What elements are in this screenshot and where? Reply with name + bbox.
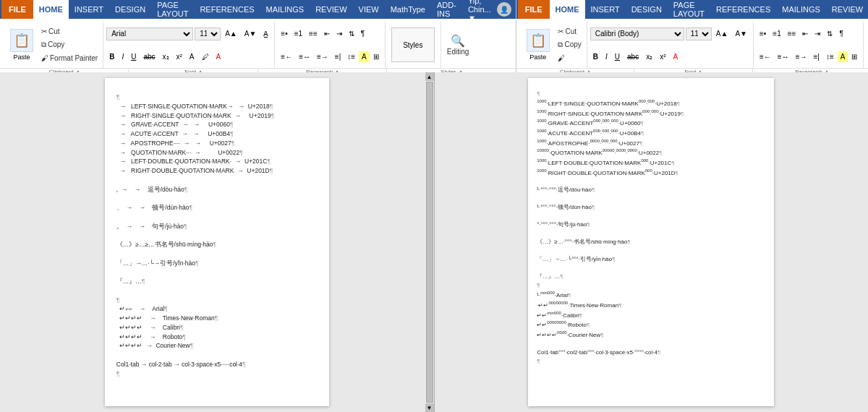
right-tab-review[interactable]: REVIEW <box>826 0 868 19</box>
increase-indent-button[interactable]: ⇥ <box>333 28 345 39</box>
text-highlight-button[interactable]: 🖊 <box>199 51 212 62</box>
sort-button[interactable]: ⇅ <box>346 28 357 39</box>
right-bold-button[interactable]: B <box>590 51 601 62</box>
shading-button[interactable]: A <box>359 51 370 62</box>
right-paste-button[interactable]: 📋 Paste <box>522 27 554 62</box>
font-select[interactable]: Arial <box>106 27 193 40</box>
left-doc-pane[interactable]: ¶ → LEFT·SINGLE·QUOTATION·MARK→ → U+2018… <box>0 72 435 412</box>
right-font-color-button[interactable]: A <box>671 51 681 62</box>
right-tab-references[interactable]: REFERENCES <box>710 0 776 19</box>
font-color-button[interactable]: A <box>213 51 224 62</box>
right-show-hide-button[interactable]: ¶ <box>836 28 846 39</box>
left-tab-view[interactable]: VIEW <box>353 0 385 19</box>
copy-button[interactable]: ⧉ Copy <box>39 40 100 50</box>
show-hide-button[interactable]: ¶ <box>358 28 367 39</box>
right-copy-button[interactable]: ⧉ Copy <box>556 40 584 50</box>
right-tab-page-layout[interactable]: PAGE LAYOUT <box>668 0 710 19</box>
right-tab-home[interactable]: HOME <box>550 0 585 19</box>
justify-button[interactable]: ≡| <box>332 51 344 62</box>
bold-button[interactable]: B <box>106 51 117 62</box>
left-tab-yip[interactable]: Yip, Chin... ▼ <box>462 0 497 19</box>
left-line-2: → RIGHT·SINGLE·QUOTATION·MARK → U+2019¶ <box>116 111 318 121</box>
left-line-8: → RIGHT·DOUBLE·QUOTATION·MARK → U+201D¶ <box>116 166 318 176</box>
left-scroll-up-button[interactable]: ▲ <box>425 72 434 81</box>
underline-button[interactable]: U <box>128 51 139 62</box>
grow-font-button[interactable]: A▲ <box>222 28 240 39</box>
right-format-painter-button[interactable]: 🖌 <box>556 53 584 63</box>
shrink-font-button[interactable]: A▼ <box>242 28 260 39</box>
right-tab-mailings[interactable]: MAILINGS <box>776 0 826 19</box>
right-font-select[interactable]: Calibri (Body) <box>590 27 684 40</box>
right-grow-font-button[interactable]: A▲ <box>713 28 731 39</box>
right-tab-design[interactable]: DESIGN <box>626 0 668 19</box>
right-align-right-button[interactable]: ≡→ <box>793 51 810 62</box>
text-effect-button[interactable]: A <box>187 51 197 62</box>
strikethrough-button[interactable]: abc <box>140 51 158 62</box>
left-line-14: 。 → → 句号/jù·hào¶ <box>116 222 318 231</box>
left-tab-insert[interactable]: INSERT <box>69 0 109 19</box>
styles-label: Styles <box>403 41 422 49</box>
left-file-tab[interactable]: FILE <box>1 0 33 19</box>
left-tab-review[interactable]: REVIEW <box>310 0 352 19</box>
multilevel-button[interactable]: ≡≡ <box>306 28 320 39</box>
borders-button[interactable]: ⊞ <box>370 51 382 62</box>
right-decrease-indent-button[interactable]: ⇤ <box>799 28 811 39</box>
subscript-button[interactable]: x₂ <box>160 51 172 62</box>
right-shading-button[interactable]: A <box>838 51 848 62</box>
right-borders-button[interactable]: ⊞ <box>848 51 860 62</box>
decrease-indent-button[interactable]: ⇤ <box>321 28 333 39</box>
styles-box[interactable]: Styles <box>391 27 435 62</box>
right-font-size-select[interactable]: 11 <box>686 27 712 40</box>
right-justify-button[interactable]: ≡| <box>810 51 822 62</box>
right-doc-pane[interactable]: ¶ 1000·LEFT·SINGLE·QUOTATION·MARK000·000… <box>435 72 869 412</box>
left-tab-references[interactable]: REFERENCES <box>194 0 260 19</box>
left-scroll-down-button[interactable]: ▼ <box>425 403 434 412</box>
align-left-button[interactable]: ≡← <box>278 51 295 62</box>
italic-button[interactable]: I <box>119 51 127 62</box>
left-paste-button[interactable]: 📋 Paste <box>6 27 38 62</box>
left-tab-design[interactable]: DESIGN <box>109 0 151 19</box>
right-strikethrough-button[interactable]: abc <box>624 51 642 62</box>
right-subscript-button[interactable]: x₂ <box>643 51 655 62</box>
left-tab-page-layout[interactable]: PAGE LAYOUT <box>151 0 194 19</box>
left-line-18: 「…」→…·└→引号/yǐn·hào¶ <box>116 259 318 268</box>
right-underline-button[interactable]: U <box>612 51 623 62</box>
right-bullets-button[interactable]: ≡• <box>757 28 769 39</box>
right-align-center-button[interactable]: ≡↔ <box>775 51 792 62</box>
right-line-27 <box>537 340 765 348</box>
left-tab-home[interactable]: HOME <box>33 0 69 19</box>
editing-button[interactable]: 🔍 Editing <box>447 34 469 56</box>
right-tab-insert[interactable]: INSERT <box>585 0 626 19</box>
left-scrollbar[interactable]: ▲ ▼ <box>425 72 434 412</box>
right-multilevel-button[interactable]: ≡≡ <box>785 28 799 39</box>
left-line-23: ↵⌐⌐ → Arial¶ <box>116 304 318 314</box>
left-tab-mathtype[interactable]: MathType <box>385 0 431 19</box>
font-size-select[interactable]: 11 <box>195 27 221 40</box>
left-tab-add-ins[interactable]: ADD-INS <box>431 0 462 19</box>
format-painter-button[interactable]: 🖌 Format Painter <box>39 53 100 63</box>
left-line-21 <box>116 286 318 296</box>
right-shrink-font-button[interactable]: A▼ <box>732 28 750 39</box>
clear-format-button[interactable]: A̲ <box>260 28 271 39</box>
right-numbering-button[interactable]: ≡1 <box>770 28 783 39</box>
right-file-tab[interactable]: FILE <box>518 0 550 19</box>
right-increase-indent-button[interactable]: ⇥ <box>812 28 823 39</box>
bullets-button[interactable]: ≡• <box>278 28 290 39</box>
left-scroll-thumb[interactable] <box>426 82 433 403</box>
align-right-button[interactable]: ≡→ <box>314 51 331 62</box>
right-cut-button[interactable]: ✂ Cut <box>556 27 584 36</box>
right-paragraph-group: ≡• ≡1 ≡≡ ⇤ ⇥ ⇅ ¶ ≡← ≡↔ ≡→ ≡| ↕≡ A <box>754 22 864 68</box>
right-italic-button[interactable]: I <box>603 51 610 62</box>
numbering-button[interactable]: ≡1 <box>292 28 305 39</box>
left-user-area: 👤 <box>497 2 514 17</box>
right-sort-button[interactable]: ⇅ <box>824 28 835 39</box>
cut-button[interactable]: ✂ Cut <box>39 27 100 36</box>
left-tab-mailings[interactable]: MAILINGS <box>260 0 310 19</box>
right-align-left-button[interactable]: ≡← <box>757 51 774 62</box>
superscript-button[interactable]: x² <box>174 51 185 62</box>
right-line-9 <box>537 177 765 186</box>
line-spacing-button[interactable]: ↕≡ <box>344 51 358 62</box>
right-superscript-button[interactable]: x² <box>657 51 668 62</box>
align-center-button[interactable]: ≡↔ <box>296 51 313 62</box>
right-line-spacing-button[interactable]: ↕≡ <box>823 51 837 62</box>
